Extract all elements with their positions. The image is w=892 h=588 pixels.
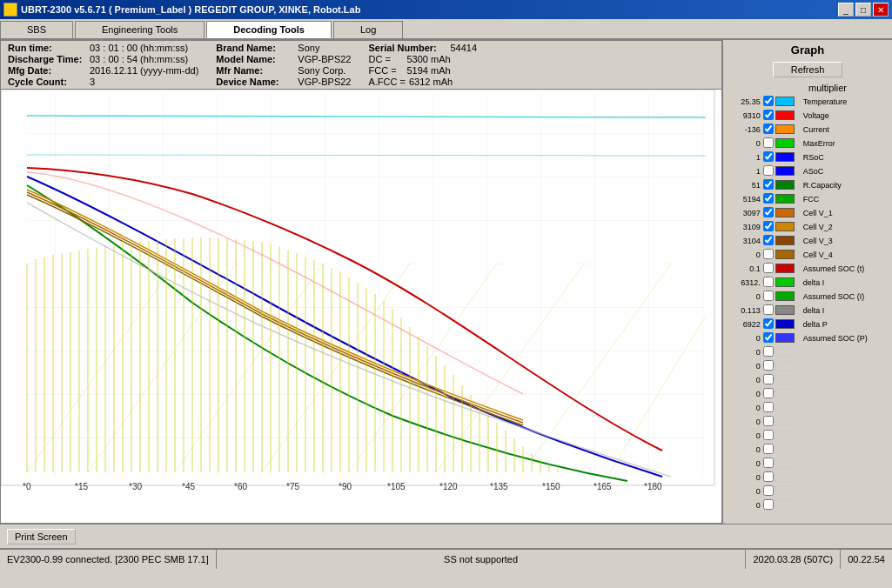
legend-value: 0.1 [725, 262, 762, 276]
legend-checkbox-cell[interactable] [762, 471, 775, 484]
info-bar: Run time: 03 : 01 : 00 (hh:mm:ss) Discha… [1, 41, 721, 90]
legend-color-cell [775, 290, 802, 304]
legend-color-cell [775, 95, 802, 109]
mfg-date-value: 2016.12.11 (yyyy-mm-dd) [90, 65, 198, 76]
legend-checkbox-cell[interactable] [762, 443, 775, 457]
legend-row: 3097 Cell V_1 [725, 206, 890, 220]
legend-checkbox[interactable] [763, 207, 774, 217]
legend-checkbox-cell[interactable] [762, 137, 775, 150]
legend-checkbox[interactable] [763, 346, 774, 357]
legend-checkbox[interactable] [763, 165, 774, 176]
refresh-button[interactable]: Refresh [773, 62, 843, 77]
legend-color-cell [775, 262, 802, 276]
legend-checkbox[interactable] [763, 444, 774, 454]
legend-checkbox[interactable] [763, 110, 774, 120]
legend-checkbox[interactable] [763, 485, 774, 496]
legend-value: 0 [725, 484, 762, 498]
legend-checkbox[interactable] [763, 193, 774, 204]
legend-checkbox-cell[interactable] [762, 206, 775, 220]
legend-checkbox[interactable] [763, 235, 774, 245]
legend-checkbox[interactable] [763, 332, 774, 343]
legend-checkbox-cell[interactable] [762, 276, 775, 290]
legend-checkbox[interactable] [763, 137, 774, 148]
legend-checkbox-cell[interactable] [762, 484, 775, 498]
legend-checkbox[interactable] [763, 458, 774, 468]
afcc-label: A.FCC = [368, 77, 405, 87]
run-time-label: Run time: [8, 43, 86, 53]
minimize-button[interactable]: _ [838, 3, 854, 17]
legend-value: 3109 [725, 220, 762, 234]
legend-checkbox-cell[interactable] [762, 164, 775, 178]
legend-row: 25.35 Temperature [725, 95, 890, 109]
legend-checkbox[interactable] [763, 402, 774, 412]
legend-row: 1 ASoC [725, 164, 890, 178]
tab-decoding-tools[interactable]: Decoding Tools [206, 21, 332, 38]
legend-row: 0 [725, 484, 890, 498]
legend-checkbox-cell[interactable] [762, 290, 775, 304]
legend-checkbox-cell[interactable] [762, 109, 775, 123]
legend-color-cell [775, 192, 802, 206]
legend-checkbox-cell[interactable] [762, 415, 775, 429]
legend-checkbox[interactable] [763, 499, 774, 510]
legend-checkbox[interactable] [763, 360, 774, 371]
legend-checkbox[interactable] [763, 430, 774, 440]
legend-checkbox-cell[interactable] [762, 401, 775, 415]
legend-checkbox[interactable] [763, 374, 774, 384]
legend-checkbox-cell[interactable] [762, 123, 775, 137]
legend-name: Temperature [802, 95, 890, 109]
legend-checkbox[interactable] [763, 304, 774, 315]
app-icon: ⚡ [3, 3, 17, 17]
legend-checkbox-cell[interactable] [762, 345, 775, 359]
legend-checkbox-cell[interactable] [762, 95, 775, 109]
model-name-value: VGP-BPS22 [298, 54, 351, 64]
legend-checkbox[interactable] [763, 221, 774, 231]
legend-color-cell [775, 471, 802, 484]
legend-color-cell [775, 164, 802, 178]
maximize-button[interactable]: □ [855, 3, 871, 17]
legend-checkbox[interactable] [763, 96, 774, 106]
legend-checkbox[interactable] [763, 263, 774, 273]
legend-checkbox-cell[interactable] [762, 457, 775, 471]
legend-color-cell [775, 443, 802, 457]
legend-checkbox-cell[interactable] [762, 262, 775, 276]
legend-value: 6312. [725, 276, 762, 290]
legend-checkbox-cell[interactable] [762, 331, 775, 345]
legend-checkbox-cell[interactable] [762, 373, 775, 387]
legend-row: 0 [725, 359, 890, 373]
legend-checkbox-cell[interactable] [762, 429, 775, 443]
legend-value: 51 [725, 178, 762, 192]
legend-checkbox[interactable] [763, 249, 774, 259]
tab-engineering-tools[interactable]: Engineering Tools [75, 21, 205, 38]
legend-checkbox-cell[interactable] [762, 498, 775, 512]
legend-checkbox-cell[interactable] [762, 178, 775, 192]
legend-checkbox-cell[interactable] [762, 234, 775, 248]
dc-label: DC = [368, 54, 403, 64]
legend-value: 0 [725, 415, 762, 429]
legend-name: delta I [802, 276, 890, 290]
legend-checkbox[interactable] [763, 388, 774, 398]
legend-checkbox[interactable] [763, 471, 774, 482]
legend-color-box [775, 389, 795, 398]
legend-checkbox[interactable] [763, 179, 774, 190]
legend-checkbox[interactable] [763, 416, 774, 426]
legend-checkbox-cell[interactable] [762, 387, 775, 401]
print-screen-button[interactable]: Print Screen [7, 529, 76, 545]
legend-checkbox-cell[interactable] [762, 304, 775, 317]
legend-checkbox[interactable] [763, 277, 774, 287]
tab-log[interactable]: Log [333, 21, 403, 38]
legend-checkbox[interactable] [763, 124, 774, 134]
legend-checkbox-cell[interactable] [762, 220, 775, 234]
legend-color-box [775, 166, 795, 176]
legend-checkbox-cell[interactable] [762, 248, 775, 262]
legend-color-box [775, 347, 795, 357]
legend-checkbox-cell[interactable] [762, 359, 775, 373]
legend-row: 0 Assumed SOC (P) [725, 331, 890, 345]
tab-sbs[interactable]: SBS [0, 21, 73, 38]
legend-checkbox[interactable] [763, 318, 774, 329]
legend-checkbox-cell[interactable] [762, 317, 775, 331]
legend-checkbox-cell[interactable] [762, 150, 775, 164]
legend-checkbox[interactable] [763, 151, 774, 162]
legend-checkbox-cell[interactable] [762, 192, 775, 206]
legend-checkbox[interactable] [763, 291, 774, 301]
close-button[interactable]: ✕ [873, 3, 889, 17]
